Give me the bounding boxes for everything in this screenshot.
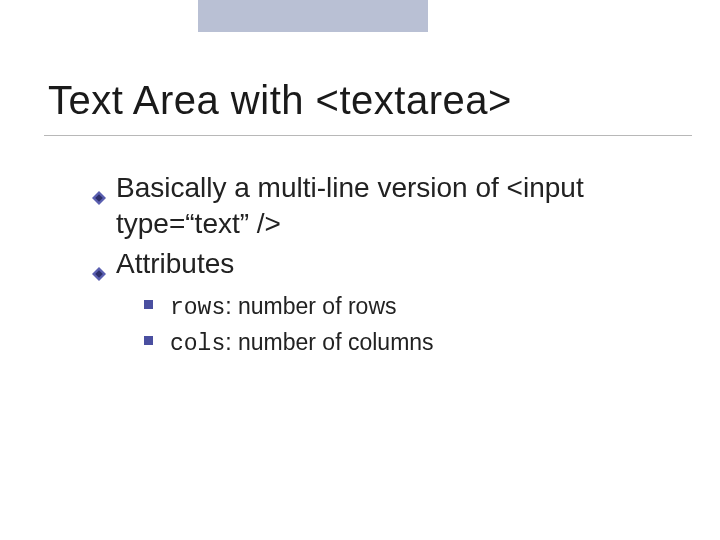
- code-text: rows: [170, 295, 225, 321]
- diamond-bullet-icon: [92, 254, 106, 268]
- title-underline: [44, 135, 692, 136]
- bullet-text: Attributes: [116, 248, 234, 279]
- sub-bullet-text: : number of columns: [225, 329, 433, 355]
- square-bullet-icon: [144, 300, 153, 309]
- diamond-bullet-icon: [92, 178, 106, 192]
- slide: Text Area with <textarea> Basically a mu…: [0, 0, 720, 540]
- sub-bullet-group: rows: number of rows cols: number of col…: [144, 291, 670, 359]
- slide-body: Basically a multi-line version of <input…: [92, 170, 670, 362]
- sub-bullet-item: rows: number of rows: [144, 291, 670, 324]
- top-accent-bar: [198, 0, 428, 32]
- bullet-text: Basically a multi-line version of <input…: [116, 172, 584, 239]
- slide-title: Text Area with <textarea>: [48, 78, 680, 123]
- sub-bullet-item: cols: number of columns: [144, 327, 670, 360]
- bullet-item: Attributes: [92, 246, 670, 282]
- code-text: cols: [170, 331, 225, 357]
- bullet-item: Basically a multi-line version of <input…: [92, 170, 670, 242]
- sub-bullet-text: : number of rows: [225, 293, 396, 319]
- square-bullet-icon: [144, 336, 153, 345]
